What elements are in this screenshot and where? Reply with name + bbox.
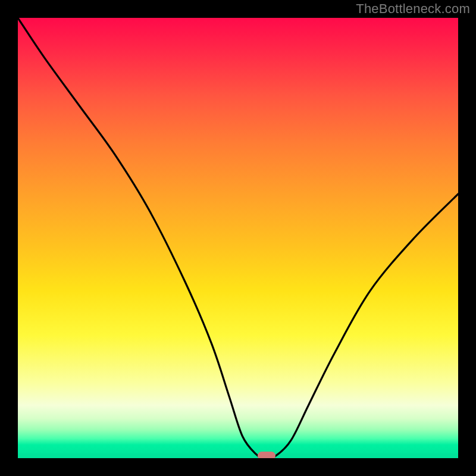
curve-path	[18, 18, 458, 458]
bottleneck-curve	[18, 18, 458, 458]
watermark-text: TheBottleneck.com	[356, 1, 470, 17]
minimum-marker	[258, 452, 275, 458]
chart-frame: TheBottleneck.com	[0, 0, 476, 476]
plot-area	[18, 18, 458, 458]
